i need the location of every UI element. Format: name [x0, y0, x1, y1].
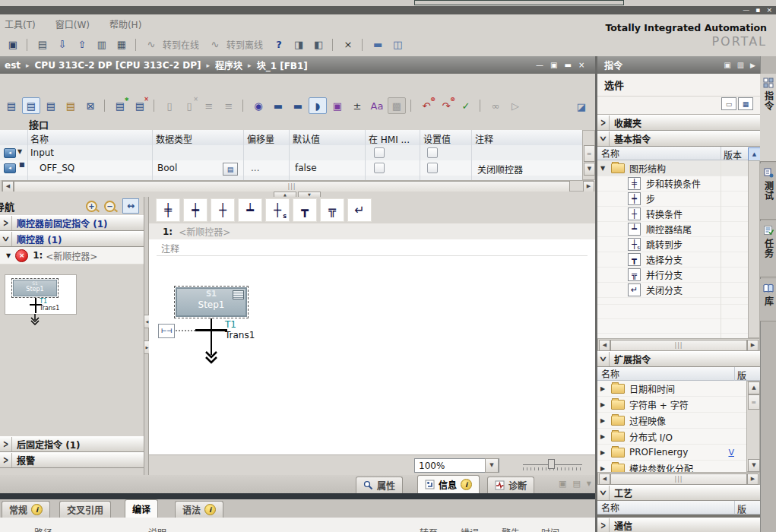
col-header-hmi[interactable]: 在 HMI ... — [369, 132, 410, 145]
step-actions-icon[interactable] — [233, 290, 244, 299]
tab-compile[interactable]: 编译 — [125, 499, 158, 518]
float-panel-icon[interactable]: ▣ — [724, 61, 730, 69]
zoom-slider-thumb[interactable] — [548, 459, 555, 469]
rename-icon[interactable]: Aa — [368, 97, 386, 114]
sequence-end-button[interactable]: ┷ — [238, 198, 262, 222]
col-header-offset[interactable]: 偏移量 — [247, 132, 274, 145]
tab-diagnostics[interactable]: 诊断 — [487, 477, 534, 493]
float-inspector-icon[interactable]: ▣ — [559, 479, 566, 489]
instruction-item[interactable]: ┼ 转换条件 — [597, 207, 748, 222]
instruction-folder[interactable]: ▶ PROFIenergy V — [597, 445, 746, 461]
scroll-left-icon[interactable]: ◀ — [599, 340, 610, 351]
section-pre-instructions[interactable]: >顺控器前固定指令 (1) — [0, 215, 144, 231]
editor-restore-button[interactable]: ▣ — [550, 61, 557, 69]
instruction-item[interactable]: ╪ 步和转换条件 — [597, 176, 748, 192]
restore-button[interactable]: ▪ — [755, 7, 760, 14]
instruction-item[interactable]: ╦ 并行分支 — [597, 268, 748, 283]
setvalue-checkbox[interactable] — [427, 147, 438, 158]
download-to-device-icon[interactable]: ⇩ — [53, 36, 71, 53]
view-sequence-icon[interactable]: ▤ — [22, 97, 40, 114]
default-value[interactable]: false — [295, 163, 317, 173]
tab-cross-references[interactable]: 交叉引用 — [59, 501, 111, 518]
open-simultaneous-branch-button[interactable]: ╦ — [320, 198, 344, 222]
transition-name[interactable]: Trans1 — [225, 330, 255, 340]
col-header-version[interactable]: 版 — [737, 502, 746, 515]
instruction-item[interactable]: ┳ 选择分支 — [597, 252, 748, 268]
hscroll-thumb[interactable]: ||| — [610, 473, 747, 485]
section-favorites[interactable]: >收藏夹 — [597, 115, 760, 131]
menu-item[interactable]: 帮助(H) — [109, 17, 141, 30]
zoom-dropdown-icon[interactable]: ▼ — [485, 458, 499, 473]
delete-network-icon[interactable]: ▤× — [131, 97, 149, 114]
col-header-name[interactable]: 名称 — [601, 501, 619, 514]
open-alternative-branch-button[interactable]: ┳ — [293, 198, 317, 222]
datatype-value[interactable]: Bool — [157, 163, 177, 173]
expand-collapse-icon[interactable]: ± — [348, 97, 366, 114]
hmi-checkbox[interactable] — [374, 163, 385, 173]
stop-runtime-icon[interactable]: ◧ — [309, 36, 328, 53]
go-offline-button[interactable]: ∿ 转到离线 — [205, 36, 269, 54]
close-button[interactable]: × — [766, 7, 772, 14]
scroll-down-icon[interactable]: ▼ — [748, 459, 760, 472]
col-header-name[interactable]: 名称 — [30, 132, 49, 145]
col-header-datatype[interactable]: 数据类型 — [156, 132, 192, 145]
view-post-instructions-icon[interactable]: ▤ — [42, 97, 60, 114]
insert-network-icon[interactable]: ▤∗ — [111, 97, 129, 114]
open-branch-icon[interactable]: ▯× — [180, 97, 198, 114]
table-view-icon[interactable]: ▦ — [738, 97, 753, 110]
col-header-name[interactable]: 名称 — [601, 367, 619, 380]
instruction-folder[interactable]: ▶ 过程映像 — [597, 413, 746, 429]
detach-editor-icon[interactable]: ◪ — [572, 98, 591, 115]
expand-inspector-icon[interactable]: ▼ — [587, 480, 591, 487]
section-alarms[interactable]: >报警 — [0, 452, 144, 468]
minimize-button[interactable]: — — [743, 7, 749, 14]
scroll-left-icon[interactable]: ◀ — [2, 181, 14, 192]
breadcrumb-item[interactable]: CPU 313C-2 DP [CPU 313C-2 DP] — [35, 60, 201, 71]
instruction-item[interactable]: ┿ 步 — [597, 192, 748, 207]
vscroll-thumb[interactable]: ≡ — [748, 394, 760, 410]
fit-view-button[interactable]: ↔ — [122, 198, 139, 214]
tab-properties[interactable]: 属性 — [356, 477, 403, 493]
col-header-comment[interactable]: 注释 — [475, 132, 493, 145]
sequence-thumbnail[interactable]: S1 Step1 T1 Trans1 — [5, 274, 77, 315]
hmi-checkbox[interactable] — [374, 147, 385, 158]
editor-minimize-button[interactable]: — — [536, 61, 543, 69]
thumb-step-box[interactable]: S1 Step1 — [11, 278, 59, 298]
update-block-icon[interactable]: ▩ — [388, 97, 406, 114]
project-window-icon[interactable]: ▣ — [4, 36, 22, 53]
menu-item[interactable]: 窗口(W) — [55, 17, 90, 30]
start-cpu-icon[interactable]: ▥ — [93, 36, 111, 53]
interface-row-name[interactable]: OFF_SQ — [40, 163, 74, 173]
section-extended-instructions[interactable]: >扩展指令 — [597, 351, 760, 367]
scroll-up-icon[interactable]: ▲ — [748, 147, 761, 161]
section-post-instructions[interactable]: >后固定指令 (1) — [0, 436, 144, 452]
editor-close-button[interactable]: × — [578, 61, 584, 69]
free-form-comments-icon[interactable]: ▬ — [289, 97, 307, 114]
editor-maximize-button[interactable]: ▬ — [564, 61, 571, 69]
breadcrumb-item[interactable]: 程序块 — [215, 59, 242, 71]
zoom-in-icon[interactable]: + — [86, 201, 97, 212]
collapse-panel-icon[interactable]: ▶ — [750, 62, 755, 69]
vscroll-thumb[interactable]: ≡ — [584, 145, 595, 162]
glasses-monitor-icon[interactable]: ∞ — [486, 97, 505, 114]
instruction-item[interactable]: ┷ 顺控器结尾 — [597, 222, 748, 237]
col-header-version[interactable]: 版本 — [724, 148, 742, 161]
close-branch-button[interactable]: ↵ — [347, 198, 372, 222]
step-and-transition-button[interactable]: ╪ — [156, 198, 180, 222]
tab-general[interactable]: 常规 i — [2, 501, 50, 518]
go-online-button[interactable]: ∿ 转到在线 — [141, 36, 205, 54]
step-button[interactable]: ┿ — [183, 198, 207, 222]
start-runtime-icon[interactable]: ◨ — [290, 36, 308, 53]
tab-info[interactable]: 信息 i — [417, 475, 480, 493]
split-editor-horizontal-icon[interactable]: ▬ — [369, 36, 387, 53]
scroll-down-icon[interactable]: ▼ — [584, 163, 595, 176]
table-row[interactable] — [0, 145, 582, 161]
hscroll-thumb[interactable]: ||| — [610, 340, 747, 351]
address-info-icon[interactable]: ▣ — [328, 97, 347, 114]
alarm-view-icon[interactable]: ⊠ — [81, 97, 100, 114]
offset-value[interactable]: ... — [251, 163, 259, 173]
next-error-icon[interactable]: ↷⊗ — [437, 97, 455, 114]
col-header-version[interactable]: 版 — [737, 369, 746, 382]
col-header-name[interactable]: 名称 — [601, 147, 619, 160]
upload-from-device-icon[interactable]: ⇧ — [73, 36, 91, 53]
